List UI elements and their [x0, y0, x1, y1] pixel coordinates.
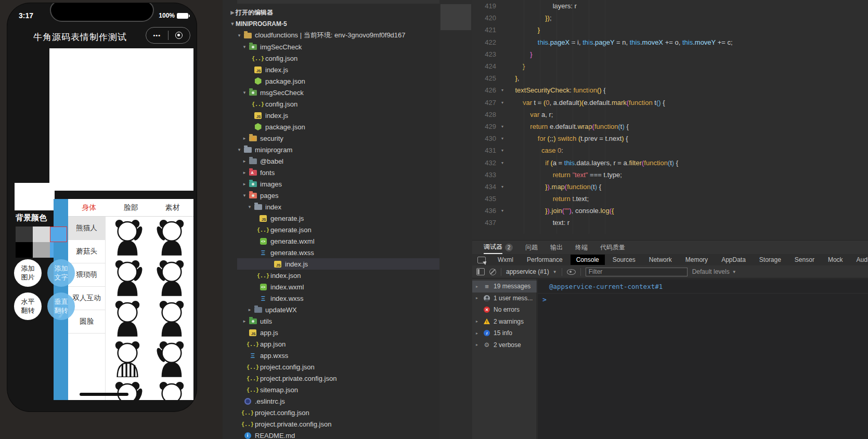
chevron-down-icon[interactable]: ▾: [241, 44, 248, 49]
chevron-right-icon[interactable]: ▸: [476, 319, 480, 324]
sticker-panda-point[interactable]: [106, 257, 149, 298]
color-swatch[interactable]: [50, 227, 67, 242]
fold-icon[interactable]: ▾: [497, 208, 508, 213]
code-line[interactable]: 437 text: r: [472, 217, 868, 229]
code-line[interactable]: 429▾ return e.default.wrap(function(t) {: [472, 121, 868, 132]
code-editor[interactable]: 419 layers: r420 });421 }422 this.pageX …: [472, 0, 868, 240]
fold-icon[interactable]: ▾: [497, 124, 508, 129]
tree-item-config.json[interactable]: {..}config.json: [223, 52, 439, 64]
tree-item-@babel[interactable]: ▸@babel: [223, 155, 439, 167]
panel-tab-代码质量[interactable]: 代码质量: [600, 241, 625, 254]
color-swatch[interactable]: [33, 227, 50, 242]
tree-item-generate.js[interactable]: JSgenerate.js: [223, 212, 439, 224]
console-output[interactable]: @appservice-current-context#1 >: [538, 279, 868, 439]
tree-item-sitemap.json[interactable]: {..}sitemap.json: [223, 384, 439, 395]
tree-item-generate.wxss[interactable]: Ξgenerate.wxss: [223, 247, 439, 258]
chevron-down-icon[interactable]: ▾: [247, 204, 253, 209]
sticker-panda-pajama[interactable]: [106, 338, 149, 379]
tree-item-miniprogram[interactable]: ▾miniprogram: [223, 144, 439, 155]
panel-tab-终端[interactable]: 终端: [575, 241, 588, 254]
fold-icon[interactable]: ▾: [497, 148, 508, 153]
tab-素材[interactable]: 素材: [152, 199, 193, 216]
tree-item-project.private.config.json[interactable]: {..}project.private.config.json: [223, 418, 439, 430]
devtools-tab-Performance[interactable]: Performance: [521, 255, 568, 265]
sticker-panda-wave[interactable]: [106, 379, 149, 400]
inspect-element-icon[interactable]: [477, 257, 486, 263]
more-icon[interactable]: •••: [146, 32, 168, 38]
tree-item-project.private.config.json[interactable]: {..}project.private.config.json: [223, 373, 439, 384]
tree-item-security[interactable]: ▸security: [223, 132, 439, 144]
tree-item-.eslintrc.js[interactable]: .eslintrc.js: [223, 395, 439, 407]
code-line[interactable]: 430▾ for (;;) switch (t.prev = t.next) {: [472, 132, 868, 144]
context-dropdown[interactable]: appservice (#1) ▼: [506, 268, 557, 275]
chevron-down-icon[interactable]: ▼: [229, 21, 236, 26]
filter-input[interactable]: [586, 268, 688, 276]
console-filter-user[interactable]: ▸1 user mess...: [472, 292, 537, 304]
chevron-down-icon[interactable]: ▾: [236, 33, 242, 38]
action-button-2[interactable]: 添加 文字: [47, 259, 75, 287]
chevron-right-icon[interactable]: ▸: [476, 331, 480, 336]
category-圆脸[interactable]: 圆脸: [68, 310, 105, 334]
color-swatch[interactable]: [16, 227, 33, 242]
tree-item-index.js[interactable]: JSindex.js: [223, 110, 439, 121]
tab-身体[interactable]: 身体: [68, 199, 110, 216]
tree-item-app.js[interactable]: JSapp.js: [223, 327, 439, 338]
action-button-3[interactable]: 水平 翻转: [14, 292, 42, 320]
fold-icon[interactable]: ▾: [497, 88, 508, 92]
code-line[interactable]: 427▾ var t = (0, a.default)(e.default.ma…: [472, 97, 868, 109]
tree-item-generate.wxml[interactable]: <>generate.wxml: [223, 235, 439, 247]
chevron-down-icon[interactable]: ▾: [236, 147, 242, 152]
tree-item-fonts[interactable]: ▸Afonts: [223, 167, 439, 178]
console-prompt[interactable]: >: [538, 294, 868, 303]
panel-splitter[interactable]: [439, 0, 472, 439]
code-line[interactable]: 423 }: [472, 48, 868, 60]
color-swatch[interactable]: [16, 242, 33, 258]
sticker-panda-crouch[interactable]: [150, 338, 193, 379]
code-line[interactable]: 421 }: [472, 24, 868, 36]
tree-item-images[interactable]: ▸images: [223, 178, 439, 190]
tab-脸部[interactable]: 脸部: [110, 199, 151, 216]
tree-item-index.js[interactable]: JSindex.js: [223, 64, 439, 75]
sticker-panda-stretch[interactable]: [150, 217, 193, 257]
console-filter-verbose[interactable]: ▸⚙2 verbose: [472, 339, 537, 351]
chevron-right-icon[interactable]: ▸: [241, 181, 248, 187]
sticker-panda-cheer-2[interactable]: [150, 298, 193, 338]
code-line[interactable]: 436▾ }).join(""), console.log({: [472, 205, 868, 217]
code-line[interactable]: 435 return t.text;: [472, 193, 868, 205]
code-line[interactable]: 428 var a, r;: [472, 109, 868, 121]
chevron-right-icon[interactable]: ▸: [476, 296, 480, 300]
fold-icon[interactable]: ▾: [497, 161, 508, 165]
tree-item-cloudfunctions[interactable]: ▾cloudfunctions | 当前环境: env-3gnovo9mf0f9…: [223, 30, 439, 41]
capsule-menu[interactable]: •••: [146, 27, 190, 44]
tree-item-index.js[interactable]: JSindex.js: [237, 258, 439, 270]
sidebar-toggle-icon[interactable]: [476, 268, 485, 275]
code-line[interactable]: 419 layers: r: [472, 0, 868, 12]
tree-item-index.wxss[interactable]: Ξindex.wxss: [223, 292, 439, 304]
sticker-panda-flex[interactable]: [150, 257, 193, 298]
devtools-tab-Mock[interactable]: Mock: [822, 255, 849, 265]
tree-item-app.json[interactable]: {..}app.json: [223, 338, 439, 350]
sticker-panda-cheer[interactable]: [106, 298, 149, 338]
tree-item-imgSecCheck[interactable]: ▾imgSecCheck: [223, 41, 439, 52]
devtools-tab-Memory[interactable]: Memory: [680, 255, 714, 265]
action-button-4[interactable]: 垂直 翻转: [47, 292, 75, 320]
tree-item-updateWX[interactable]: ▸updateWX: [223, 304, 439, 315]
devtools-tab-Sources[interactable]: Sources: [607, 255, 641, 265]
color-swatch[interactable]: [33, 242, 50, 258]
code-line[interactable]: 434▾ }).map(function(t) {: [472, 181, 868, 193]
tree-item-msgSecCheck[interactable]: ▾msgSecCheck: [223, 87, 439, 98]
tree-item-package.json[interactable]: package.json: [223, 121, 439, 132]
context-link[interactable]: @appservice-current-context#1: [549, 283, 663, 290]
console-filter-info[interactable]: ▸i15 info: [472, 327, 537, 339]
category-熊猫人[interactable]: 熊猫人: [68, 217, 105, 240]
code-line[interactable]: 426▾ textSecurityCheck: function() {: [472, 84, 868, 96]
tree-item-generate.json[interactable]: {..}generate.json: [223, 224, 439, 235]
code-line[interactable]: 433 return "text" === t.type;: [472, 169, 868, 181]
devtools-tab-Storage[interactable]: Storage: [754, 255, 787, 265]
explorer-section-1[interactable]: ▶打开的编辑器: [223, 7, 439, 18]
panel-tab-调试器[interactable]: 调试器2: [484, 241, 513, 254]
tree-item-pages[interactable]: ▾pages: [223, 190, 439, 201]
panel-tab-问题[interactable]: 问题: [525, 241, 538, 254]
devtools-tab-Network[interactable]: Network: [643, 255, 678, 265]
clear-console-icon[interactable]: [489, 269, 496, 275]
